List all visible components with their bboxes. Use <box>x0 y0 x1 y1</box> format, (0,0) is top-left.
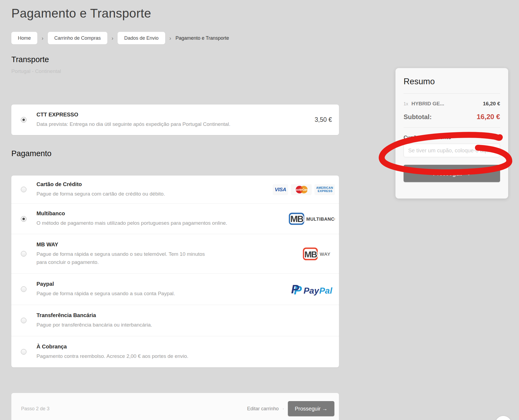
payment-method-description: O método de pagamento mais utilizado pel… <box>36 219 227 227</box>
summary-line-item: 1x HYBRID GE... 16,20 € <box>404 101 500 107</box>
svg-text:MB: MB <box>304 250 317 259</box>
mastercard-logo-icon: MasterCard. <box>291 184 312 195</box>
multibanco-logo-icon: MB MULTIBANCO <box>288 212 335 226</box>
payment-row-multibanco[interactable]: Multibanco O método de pagamento mais ut… <box>11 204 339 234</box>
svg-text:Pal: Pal <box>319 286 332 295</box>
breadcrumb-separator: › <box>41 35 44 41</box>
order-summary-panel: Resumo 1x HYBRID GE... 16,20 € Subtotal:… <box>395 68 508 199</box>
coupon-input[interactable] <box>404 144 500 157</box>
breadcrumb-separator: › <box>111 35 114 41</box>
credit-card-radio[interactable] <box>21 187 26 192</box>
breadcrumb-separator: › <box>169 35 172 41</box>
shipping-option-description: Data prevista: Entrega no dia útil segui… <box>36 120 230 128</box>
paypal-logo-icon: P P Pay Pal <box>290 281 335 297</box>
step-indicator: Passo 2 de 3 <box>21 406 49 412</box>
payment-method-name: Cartão de Crédito <box>36 181 165 187</box>
payment-method-description: Pagamento contra reembolso. Acresce 2,00… <box>36 352 188 360</box>
payment-row-mbway[interactable]: MB WAY Pague de forma rápida e segura us… <box>11 234 339 274</box>
svg-text:P: P <box>291 283 299 296</box>
item-price: 16,20 € <box>483 101 500 107</box>
coupon-label: Cupão de desconto <box>404 135 500 140</box>
shipping-option-text: CTT EXPRESSO Data prevista: Entrega no d… <box>36 112 230 128</box>
proceed-button-footer[interactable]: Prosseguir → <box>288 401 334 416</box>
multibanco-radio[interactable] <box>21 216 26 222</box>
amex-logo-icon: AMERICANEXPRESS <box>314 184 335 195</box>
breadcrumb-shipping-data[interactable]: Dados de Envio <box>118 32 165 44</box>
item-quantity: 1x <box>404 102 408 106</box>
breadcrumb-current: Pagamento e Transporte <box>175 35 229 41</box>
breadcrumb-cart[interactable]: Carrinho de Compras <box>48 32 107 44</box>
shipping-option-name: CTT EXPRESSO <box>36 112 230 118</box>
payment-method-name: Multibanco <box>36 210 227 217</box>
payment-method-name: Paypal <box>36 281 175 287</box>
payment-method-name: Transferência Bancária <box>36 312 152 318</box>
payment-row-bank-transfer[interactable]: Transferência Bancária Pague por transfe… <box>11 305 339 336</box>
breadcrumb: Home › Carrinho de Compras › Dados de En… <box>11 32 229 44</box>
payment-method-description: Pague por transferência bancária ou inte… <box>36 321 152 329</box>
cash-on-delivery-radio[interactable] <box>21 349 26 355</box>
mbway-radio[interactable] <box>21 251 26 257</box>
divider <box>404 93 500 94</box>
edit-cart-link[interactable]: Editar carrinho <box>247 406 279 412</box>
shipping-zone-label: Portugal - Continental <box>11 68 61 74</box>
divider <box>404 127 500 128</box>
svg-text:Pay: Pay <box>304 286 320 295</box>
payment-methods-card: Cartão de Crédito Pague de forma segura … <box>11 176 339 367</box>
paypal-radio[interactable] <box>21 286 26 292</box>
svg-text:MasterCard.: MasterCard. <box>294 188 309 191</box>
svg-text:MULTIBANCO: MULTIBANCO <box>306 217 335 222</box>
payment-row-paypal[interactable]: Paypal Pague de forma rápida e segura us… <box>11 274 339 305</box>
item-name: HYBRID GE... <box>411 101 444 107</box>
breadcrumb-home[interactable]: Home <box>11 32 37 44</box>
bank-transfer-radio[interactable] <box>21 318 26 323</box>
footer-separator: · <box>282 406 284 412</box>
payment-method-description: Pague de forma rápida e segura usando o … <box>36 250 215 266</box>
svg-text:WAY: WAY <box>320 252 331 257</box>
subtotal-value: 16,20 € <box>477 113 500 121</box>
summary-subtotal-row: Subtotal: 16,20 € <box>404 113 500 121</box>
visa-logo-icon: VISA <box>273 184 288 195</box>
payment-method-description: Pague de forma rápida e segura usando a … <box>36 290 175 297</box>
payment-method-name: MB WAY <box>36 241 215 248</box>
payment-row-credit-card[interactable]: Cartão de Crédito Pague de forma segura … <box>11 176 339 204</box>
page-title: Pagamento e Transporte <box>11 6 151 21</box>
chat-widget-button[interactable] <box>495 416 511 420</box>
summary-title: Resumo <box>404 77 500 86</box>
shipping-heading: Transporte <box>11 55 49 64</box>
card-brand-logos: VISA MasterCard. AMERICANEXPRESS <box>273 184 335 195</box>
payment-method-description: Pague de forma segura com cartão de créd… <box>36 190 165 198</box>
shipping-option-price: 3,50 € <box>315 116 332 123</box>
mbway-logo-icon: MB WAY <box>302 246 335 262</box>
payment-method-name: À Cobrança <box>36 344 188 350</box>
payment-heading: Pagamento <box>11 149 51 158</box>
proceed-button-summary[interactable]: Prosseguir → <box>404 165 500 182</box>
footer-bar: Passo 2 de 3 Editar carrinho · Prossegui… <box>11 393 339 420</box>
shipping-option-radio[interactable] <box>21 117 26 123</box>
svg-text:MB: MB <box>290 214 303 224</box>
payment-row-cash-on-delivery[interactable]: À Cobrança Pagamento contra reembolso. A… <box>11 336 339 367</box>
shipping-option-card: CTT EXPRESSO Data prevista: Entrega no d… <box>11 105 339 135</box>
subtotal-label: Subtotal: <box>404 113 432 121</box>
